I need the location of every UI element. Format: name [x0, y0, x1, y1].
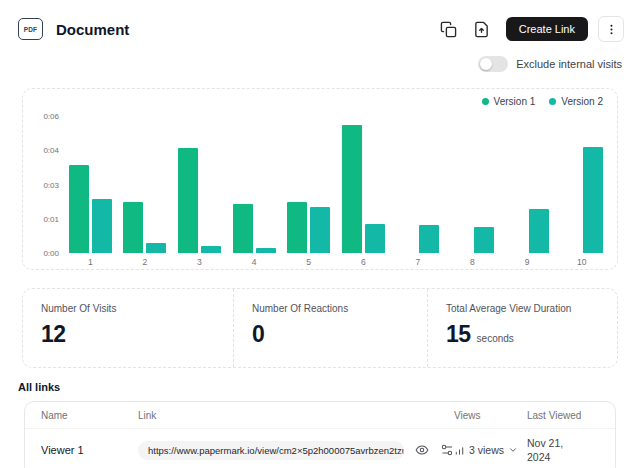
toggle-knob: [480, 58, 492, 70]
bar-version-2: [256, 248, 276, 253]
links-table-header: Name Link Views Last Viewed: [25, 402, 615, 429]
bar-version-2: [365, 224, 385, 253]
bar-group: 2: [118, 116, 173, 253]
bar-group: 8: [445, 116, 500, 253]
chart-legend: Version 1 Version 2: [482, 96, 603, 107]
x-tick-label: 4: [227, 257, 282, 267]
bar-version-1: [233, 204, 253, 253]
column-header-link: Link: [138, 410, 454, 421]
links-table: Name Link Views Last Viewed Viewer 1 htt…: [24, 401, 616, 468]
bar-group: 5: [281, 116, 336, 253]
bar-version-2: [310, 207, 330, 253]
pdf-badge: PDF: [18, 18, 43, 40]
bar-version-2: [419, 225, 439, 253]
y-tick-label: 0:00: [43, 249, 59, 258]
bar-version-2: [146, 243, 166, 253]
legend-label: Version 1: [494, 96, 536, 107]
bar-group: 9: [500, 116, 555, 253]
add-file-button[interactable]: [469, 17, 494, 42]
column-header-views: Views: [454, 410, 527, 421]
bar-chart-icon: [454, 445, 465, 456]
view-duration-chart-card: Version 1 Version 2 0:000:010:030:040:06…: [22, 88, 618, 270]
bar-version-2: [583, 147, 603, 253]
x-tick-label: 2: [118, 257, 173, 267]
pdf-badge-label: PDF: [24, 26, 38, 33]
kebab-menu-icon: [605, 23, 618, 36]
stat-suffix: seconds: [477, 333, 514, 344]
stat-number-of-reactions: Number Of Reactions 0: [233, 289, 427, 367]
page-title: Document: [56, 21, 129, 38]
bar-version-1: [178, 148, 198, 253]
ellipsis-icon: [613, 443, 616, 457]
bar-version-1: [69, 165, 89, 253]
views-dropdown[interactable]: 3 views: [454, 444, 527, 456]
all-links-heading: All links: [18, 381, 60, 393]
y-axis: 0:000:010:030:040:06: [31, 116, 59, 253]
x-tick-label: 5: [281, 257, 336, 267]
link-table-row[interactable]: Viewer 1 https://www.papermark.io/view/c…: [25, 429, 615, 468]
copy-icon: [440, 21, 457, 38]
bar-version-2: [201, 246, 221, 253]
link-name: Viewer 1: [41, 444, 138, 456]
exclude-visits-row: Exclude internal visits: [478, 56, 622, 72]
bar-group: 3: [172, 116, 227, 253]
legend-dot: [482, 98, 489, 105]
page-header: PDF Document Create Link: [18, 14, 624, 44]
stat-label: Number Of Reactions: [252, 303, 427, 314]
file-up-icon: [473, 21, 490, 38]
stat-label: Number Of Visits: [41, 303, 233, 314]
stats-card: Number Of Visits 12 Number Of Reactions …: [22, 288, 618, 368]
y-tick-label: 0:01: [43, 214, 59, 223]
bar-version-1: [123, 202, 143, 253]
stat-value: 12: [41, 321, 66, 348]
stat-value: 0: [252, 321, 264, 348]
legend-label: Version 2: [561, 96, 603, 107]
chevron-down-icon: [508, 445, 518, 455]
bar-version-2: [529, 209, 549, 253]
bars-area: 12345678910: [63, 116, 609, 253]
x-tick-label: 7: [391, 257, 446, 267]
more-options-button[interactable]: [598, 16, 624, 42]
bar-group: 7: [391, 116, 446, 253]
column-header-name: Name: [41, 410, 138, 421]
legend-dot: [549, 98, 556, 105]
sliders-icon: [440, 443, 454, 457]
stat-value: 15: [446, 321, 471, 348]
legend-item-version-2: Version 2: [549, 96, 603, 107]
views-count-label: 3 views: [469, 444, 504, 456]
x-tick-label: 10: [554, 257, 609, 267]
bar-version-2: [474, 227, 494, 253]
preview-link-button[interactable]: [415, 443, 429, 457]
last-viewed-date: Nov 21, 2024: [527, 436, 579, 464]
bar-group: 10: [554, 116, 609, 253]
copy-button[interactable]: [436, 17, 461, 42]
bar-group: 1: [63, 116, 118, 253]
eye-icon: [415, 443, 429, 457]
exclude-visits-label: Exclude internal visits: [516, 58, 622, 70]
x-tick-label: 6: [336, 257, 391, 267]
x-tick-label: 1: [63, 257, 118, 267]
exclude-visits-toggle[interactable]: [478, 56, 508, 72]
y-tick-label: 0:04: [43, 146, 59, 155]
y-tick-label: 0:03: [43, 180, 59, 189]
x-tick-label: 3: [172, 257, 227, 267]
bar-group: 6: [336, 116, 391, 253]
bar-version-1: [342, 125, 362, 253]
link-cell: https://www.papermark.io/view/cm2×5p2h00…: [138, 441, 454, 460]
stat-average-view-duration: Total Average View Duration 15 seconds: [427, 289, 617, 367]
stat-label: Total Average View Duration: [446, 303, 617, 314]
row-menu-button[interactable]: [613, 443, 616, 457]
create-link-button[interactable]: Create Link: [506, 17, 588, 41]
x-tick-label: 9: [500, 257, 555, 267]
link-url-pill[interactable]: https://www.papermark.io/view/cm2×5p2h00…: [138, 441, 404, 460]
bar-version-1: [287, 202, 307, 253]
bar-version-2: [92, 199, 112, 253]
y-tick-label: 0:06: [43, 112, 59, 121]
link-settings-button[interactable]: [440, 443, 454, 457]
legend-item-version-1: Version 1: [482, 96, 536, 107]
bar-group: 4: [227, 116, 282, 253]
column-header-last-viewed: Last Viewed: [527, 410, 613, 421]
stat-number-of-visits: Number Of Visits 12: [23, 289, 233, 367]
x-tick-label: 8: [445, 257, 500, 267]
